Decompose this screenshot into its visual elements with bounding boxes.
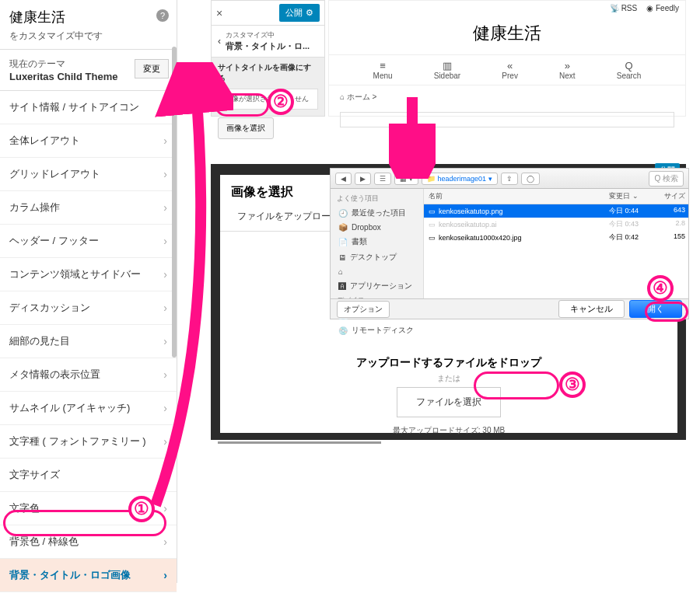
share-icon[interactable]: ⇪ [501, 173, 518, 185]
nav-icon: » [559, 60, 576, 72]
file-icon: ▭ [429, 208, 436, 215]
file-date: 今日 0:42 [606, 232, 657, 242]
or-label: または [220, 373, 677, 384]
col-name[interactable]: 名前 [424, 189, 606, 204]
nav-item[interactable]: ▥Sidebar [434, 60, 460, 80]
sidebar-favorite[interactable]: 📄書類 [331, 234, 423, 249]
annotation-arrow-1 [148, 62, 233, 528]
file-sidebar: よく使う項目 🕘最近使った項目📦Dropbox📄書類🖥デスクトップ⌂ 🅰アプリケ… [331, 189, 424, 301]
annotation-ring-4 [645, 302, 688, 322]
nav-item[interactable]: QSearch [617, 60, 642, 80]
nav-label: Next [559, 72, 576, 80]
subpanel-context: ‹ カスタマイズ中 背景・タイトル・ロ... [212, 26, 324, 58]
annotation-arrow-2 [389, 93, 436, 179]
nav-icon: ≡ [373, 60, 393, 72]
folder-icon: 🅰 [338, 282, 346, 291]
preview-site-title: 健康生活 [329, 16, 685, 54]
max-size-label: 最大アップロードサイズ: 30 MB [220, 425, 677, 436]
folder-icon: 🖥 [338, 253, 346, 262]
chevron-right-icon: › [163, 535, 167, 548]
sidebar-favorite[interactable]: 📦Dropbox [331, 221, 423, 234]
col-size[interactable]: サイズ [657, 189, 688, 204]
sidebar-favorite[interactable]: ⌂ [331, 265, 423, 278]
sidebar-item-label: 文字種 ( フォントファミリー ) [9, 434, 146, 448]
sidebar-item-label: サムネイル (アイキャッチ) [9, 401, 130, 415]
breadcrumb: ⌂ ホーム > [329, 85, 685, 109]
annotation-ring-3 [474, 372, 559, 399]
file-size: 643 [657, 206, 688, 216]
folder-icon: 🕘 [338, 209, 348, 218]
file-row[interactable]: ▭kenkoseikatutop.ai今日 0:432.8 [424, 218, 688, 231]
nav-back-button[interactable]: ◀ [335, 173, 352, 185]
shadow-decoration [218, 441, 381, 444]
nav-label: Prev [502, 72, 518, 80]
nav-icon: Q [617, 60, 642, 72]
preview-topbar: 📡 RSS ◉ Feedly [329, 1, 685, 16]
publish-button[interactable]: 公開⚙ [279, 4, 320, 22]
customize-subtitle: をカスタマイズ中です [9, 30, 167, 43]
sidebar-item[interactable]: 背景・タイトル・ロゴ画像› [0, 559, 177, 592]
sidebar-favorite[interactable]: 🕘最近使った項目 [331, 205, 423, 221]
sidebar-item-label: 細部の見た目 [9, 334, 70, 348]
sidebar-item[interactable]: パンくずリンク› [0, 592, 177, 600]
cancel-button[interactable]: キャンセル [558, 300, 625, 318]
file-columns: 名前 変更日 ⌄ サイズ [424, 189, 688, 204]
site-title: 健康生活 [9, 8, 167, 26]
file-dialog: ◀▶ ☰ ▦ ▾ 📁 headerimage01 ▾ ⇪ ◯ Q 検索 よく使う… [330, 168, 689, 319]
file-row[interactable]: ▭kenkoseikatutop.png今日 0:44643 [424, 204, 688, 218]
home-icon[interactable]: ⌂ [340, 92, 345, 101]
sidebar-item-label: カラム操作 [9, 201, 60, 215]
tags-icon[interactable]: ◯ [521, 173, 540, 185]
back-icon[interactable]: ‹ [218, 36, 221, 47]
preview-nav: ≡Menu▥Sidebar«Prev»NextQSearch [329, 54, 685, 85]
sidebar-item-label: 背景色 / 枠線色 [9, 535, 79, 549]
nav-fwd-button[interactable]: ▶ [355, 173, 371, 185]
nav-label: Menu [373, 72, 393, 80]
annotation-4: ④ [647, 275, 674, 302]
favorites-header: よく使う項目 [331, 192, 423, 205]
annotation-1: ① [128, 496, 155, 522]
folder-icon: ⌂ [338, 267, 343, 276]
sidebar-item-label: 背景・タイトル・ロゴ画像 [9, 568, 131, 582]
file-icon: ▭ [429, 221, 436, 228]
options-button[interactable]: オプション [337, 301, 390, 318]
file-size: 155 [657, 232, 688, 242]
search-input[interactable]: Q 検索 [649, 171, 684, 187]
rss-link[interactable]: 📡 RSS [610, 4, 637, 12]
nav-icon: ▥ [434, 60, 460, 72]
file-row[interactable]: ▭kenkoseikatu1000x420.jpg今日 0:42155 [424, 231, 688, 244]
sidebar-item-label: 文字サイズ [9, 468, 60, 482]
sidebar-item-label: グリッドレイアウト [9, 167, 100, 181]
nav-item[interactable]: «Prev [502, 60, 518, 80]
chevron-right-icon: › [163, 569, 167, 581]
gear-icon: ⚙ [306, 8, 313, 18]
site-preview: 📡 RSS ◉ Feedly 健康生活 ≡Menu▥Sidebar«Prev»N… [328, 0, 686, 117]
sidebar-item-label: ヘッダー / フッター [9, 234, 99, 248]
tab-upload[interactable]: ファイルをアップロード [231, 204, 346, 231]
drop-label: アップロードするファイルをドロップ [220, 356, 677, 370]
help-icon[interactable]: ? [156, 9, 169, 22]
sidebar-item-label: サイト情報 / サイトアイコン [9, 100, 139, 114]
nav-item[interactable]: »Next [559, 60, 576, 80]
sidebar-item-label: メタ情報の表示位置 [9, 368, 100, 382]
annotation-3: ③ [559, 372, 586, 398]
device-icon: 💿 [338, 326, 348, 335]
sidebar-favorite[interactable]: 🖥デスクトップ [331, 249, 423, 265]
sidebar-favorite[interactable]: 🅰アプリケーション [331, 278, 423, 294]
file-icon: ▭ [429, 234, 436, 242]
context-title: 背景・タイトル・ロ... [226, 40, 310, 52]
sidebar-item-label: 全体レイアウト [9, 134, 80, 148]
file-name: kenkoseikatutop.ai [439, 221, 497, 228]
context-label: カスタマイズ中 [226, 30, 310, 40]
sidebar-device[interactable]: 💿リモートディスク [331, 323, 423, 338]
file-footer: オプション キャンセル 開く [331, 298, 688, 319]
nav-item[interactable]: ≡Menu [373, 60, 393, 80]
nav-label: Sidebar [434, 72, 460, 80]
file-size: 2.8 [657, 219, 688, 229]
col-date[interactable]: 変更日 ⌄ [606, 189, 657, 204]
file-date: 今日 0:43 [606, 219, 657, 229]
sidebar-item-label: ディスカッション [9, 301, 90, 315]
close-icon[interactable]: × [216, 7, 222, 19]
annotation-2: ② [268, 89, 294, 115]
feedly-link[interactable]: ◉ Feedly [646, 4, 679, 12]
